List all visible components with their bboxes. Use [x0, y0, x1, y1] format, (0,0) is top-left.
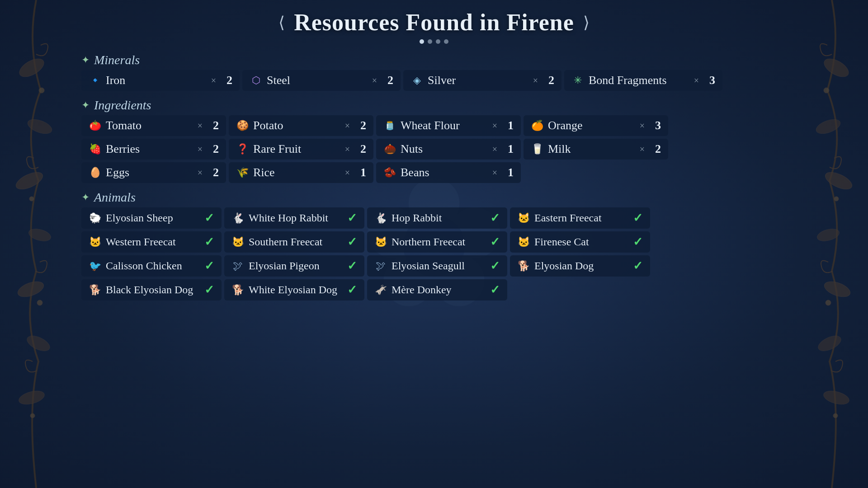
tomato-icon: 🍅 [89, 120, 101, 131]
animal-elyosian-dog: 🐕 Elyosian Dog ✓ [510, 255, 650, 277]
item-iron: 🔹 Iron × 2 [81, 70, 240, 91]
animals-section: ✦ Animals 🐑 Elyosian Sheep ✓ 🐇 White Hop… [81, 188, 787, 300]
dot-1[interactable] [420, 39, 424, 44]
nuts-name: Nuts [401, 142, 485, 156]
animals-title: Animals [94, 190, 136, 205]
item-rice: 🌾 Rice × 1 [229, 162, 373, 183]
black-elyosian-dog-check: ✓ [204, 283, 214, 297]
svg-point-17 [822, 389, 851, 407]
prev-arrow[interactable]: ⟨ [278, 13, 285, 32]
pagination-dots [420, 39, 448, 44]
svg-point-9 [37, 300, 42, 305]
svg-point-7 [39, 88, 44, 93]
mere-donkey-icon: 🫏 [374, 284, 387, 296]
next-arrow[interactable]: ⟩ [583, 13, 590, 32]
potato-icon: 🍪 [236, 120, 249, 131]
steel-sep: × [372, 75, 377, 86]
content-area: ✦ Minerals 🔹 Iron × 2 ⬡ Steel × 2 ◈ [81, 51, 787, 302]
nuts-icon: 🌰 [383, 143, 396, 155]
item-silver: ◈ Silver × 2 [403, 70, 561, 91]
svg-point-19 [834, 197, 839, 201]
svg-point-0 [17, 55, 47, 80]
svg-point-5 [25, 333, 52, 354]
elyosian-dog-name: Elyosian Dog [534, 260, 628, 272]
page-header: ⟨ Resources Found in Firene ⟩ [278, 9, 590, 36]
berries-icon: 🍓 [89, 143, 101, 155]
item-nuts: 🌰 Nuts × 1 [376, 139, 521, 160]
calisson-chicken-icon: 🐦 [89, 260, 101, 272]
animal-western-freecat: 🐱 Western Freecat ✓ [81, 231, 222, 253]
minerals-icon: ✦ [81, 54, 90, 66]
steel-qty: 2 [384, 74, 393, 87]
southern-freecat-check: ✓ [347, 235, 357, 249]
black-elyosian-dog-name: Black Elyosian Dog [106, 284, 200, 296]
ingredients-grid: 🍅 Tomato × 2 🍪 Potato × 2 🫙 Wheat Flour … [81, 115, 787, 183]
animal-elyosian-sheep: 🐑 Elyosian Sheep ✓ [81, 207, 222, 229]
white-hop-rabbit-name: White Hop Rabbit [249, 212, 343, 224]
svg-point-2 [14, 169, 45, 192]
elyosian-dog-icon: 🐕 [517, 260, 530, 272]
elyosian-seagull-name: Elyosian Seagull [392, 260, 486, 272]
iron-qty: 2 [223, 74, 232, 87]
elyosian-pigeon-icon: 🕊 [231, 260, 244, 272]
beans-name: Beans [401, 166, 485, 179]
bond-qty: 3 [706, 74, 715, 87]
potato-name: Potato [253, 119, 338, 132]
rare-fruit-icon: ❓ [236, 143, 249, 155]
tomato-qty: 2 [210, 119, 219, 132]
calisson-chicken-name: Calisson Chicken [106, 260, 200, 272]
eastern-freecat-check: ✓ [633, 211, 643, 225]
white-hop-rabbit-icon: 🐇 [231, 212, 244, 224]
tomato-name: Tomato [106, 119, 190, 132]
elyosian-seagull-check: ✓ [490, 259, 500, 273]
firenese-cat-check: ✓ [633, 235, 643, 249]
silver-sep: × [533, 75, 538, 86]
white-hop-rabbit-check: ✓ [347, 211, 357, 225]
item-wheat-flour: 🫙 Wheat Flour × 1 [376, 115, 521, 136]
milk-icon: 🥛 [531, 143, 543, 155]
firenese-cat-name: Firenese Cat [534, 236, 628, 248]
eggs-qty: 2 [210, 166, 219, 179]
animal-northern-freecat: 🐱 Northern Freecat ✓ [367, 231, 507, 253]
animal-mere-donkey: 🫏 Mère Donkey ✓ [367, 279, 507, 300]
animal-white-elyosian-dog: 🐕 White Elyosian Dog ✓ [224, 279, 364, 300]
ingredients-title: Ingredients [94, 98, 151, 113]
svg-point-11 [821, 55, 852, 80]
milk-qty: 2 [652, 142, 661, 156]
rice-name: Rice [253, 166, 338, 179]
animal-southern-freecat: 🐱 Southern Freecat ✓ [224, 231, 364, 253]
silver-icon: ◈ [410, 75, 423, 86]
northern-freecat-name: Northern Freecat [392, 236, 486, 248]
sheep-icon: 🐑 [89, 212, 101, 224]
white-elyosian-dog-name: White Elyosian Dog [249, 284, 343, 296]
svg-point-20 [826, 300, 831, 305]
mere-donkey-check: ✓ [490, 283, 500, 297]
northern-freecat-icon: 🐱 [374, 236, 387, 248]
black-elyosian-dog-icon: 🐕 [89, 284, 101, 296]
svg-point-8 [29, 197, 34, 201]
dot-3[interactable] [436, 39, 440, 44]
minerals-header: ✦ Minerals [81, 53, 787, 67]
dot-4[interactable] [444, 39, 448, 44]
dot-2[interactable] [428, 39, 432, 44]
bond-icon: ✳ [571, 75, 584, 86]
animal-elyosian-pigeon: 🕊 Elyosian Pigeon ✓ [224, 255, 364, 277]
minerals-title: Minerals [94, 53, 140, 67]
ingredients-header: ✦ Ingredients [81, 98, 787, 113]
animals-icon: ✦ [81, 192, 90, 203]
hop-rabbit-icon: 🐇 [374, 212, 387, 224]
svg-point-1 [26, 117, 54, 136]
white-elyosian-dog-icon: 🐕 [231, 284, 244, 296]
svg-point-10 [30, 413, 35, 418]
svg-point-21 [833, 413, 838, 418]
orange-icon: 🍊 [531, 120, 543, 131]
northern-freecat-check: ✓ [490, 235, 500, 249]
wheat-icon: 🫙 [383, 121, 396, 131]
sheep-name: Elyosian Sheep [106, 212, 200, 224]
item-berries: 🍓 Berries × 2 [81, 139, 226, 160]
elyosian-pigeon-name: Elyosian Pigeon [249, 260, 343, 272]
western-freecat-name: Western Freecat [106, 236, 200, 248]
svg-point-6 [18, 389, 46, 407]
bond-name: Bond Fragments [589, 74, 687, 87]
potato-qty: 2 [357, 119, 366, 132]
